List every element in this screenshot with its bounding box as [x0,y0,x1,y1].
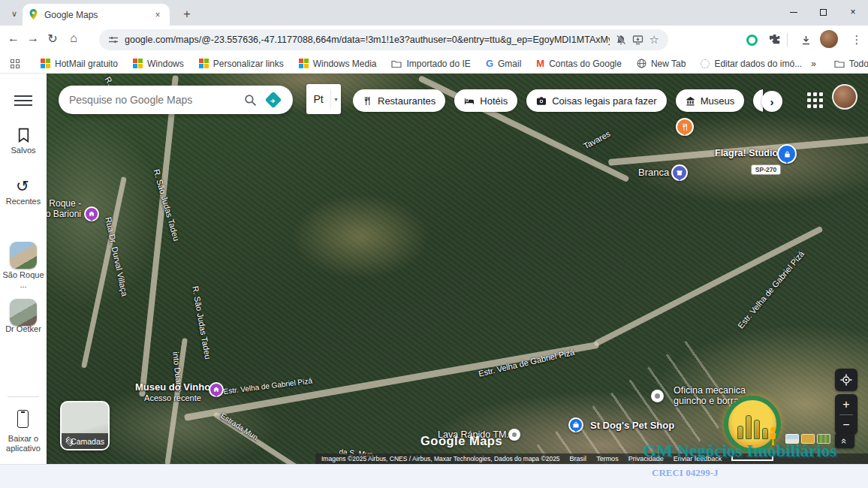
imagery-credits: Imagens ©2025 Airbus, CNES / Airbus, Max… [321,455,560,462]
window-maximize-button[interactable] [810,2,836,23]
zoom-out-button[interactable]: − [842,415,849,435]
chip-museums[interactable]: Museus [676,89,745,112]
profile-avatar[interactable] [820,30,838,48]
extensions-puzzle-icon[interactable] [765,30,785,50]
new-tab-button[interactable]: + [179,6,195,23]
poi-pin-lava-rapido[interactable] [508,429,520,441]
road-shield-sp270: SP-270 [751,164,781,175]
all-favorites-folder[interactable]: Todos os favoritos [828,59,868,69]
poi-pin-branca[interactable] [671,164,688,181]
bookmark-windows-media[interactable]: Windows Media [293,59,383,69]
recent-item-dr-oetker[interactable]: Dr Oetker [0,324,47,334]
chips-scroll-right-icon[interactable]: › [761,91,782,112]
install-app-icon[interactable] [632,35,643,45]
extension-green-icon[interactable] [742,30,761,50]
poi-label-petshop[interactable]: St Dog's Pet Shop [590,420,674,431]
recents-history-icon[interactable]: ↺ [16,177,29,195]
windows-logo-icon [299,59,309,68]
bookmark-gmail[interactable]: GGmail [480,58,527,69]
folder-icon [391,59,402,68]
layers-icon [65,437,68,445]
windows-logo-icon [41,59,50,68]
bookmark-personalizar[interactable]: Personalizar links [193,59,290,69]
poi-pin-restaurant[interactable] [676,118,694,136]
folder-icon [834,59,845,68]
bookmark-star-icon[interactable]: ☆ [649,33,659,47]
poi-pin-petshop[interactable] [568,417,583,432]
menu-hamburger-icon[interactable] [14,92,32,109]
attribution-link-brasil[interactable]: Brasil [570,455,587,462]
browser-toolbar: ← → ↻ ⌂ google.com/maps/@-23.557636,-47.… [0,26,868,54]
back-icon[interactable]: ← [3,28,24,49]
google-apps-grid-icon[interactable] [805,90,824,110]
downloads-icon[interactable] [796,30,815,50]
bookmark-new-tab[interactable]: New Tab [631,59,692,69]
maps-search-input[interactable] [69,94,237,106]
notifications-blocked-icon[interactable] [616,35,626,45]
maps-sidebar: Salvos ↺ Recentes São Roque ... Dr Oetke… [0,74,47,464]
tab-close-icon[interactable]: × [152,9,164,21]
directions-icon[interactable] [264,91,282,109]
sidebar-item-recents[interactable]: Recentes [0,197,47,206]
chip-things-to-do[interactable]: Coisas legais para fazer [526,89,666,112]
bookmarks-overflow-icon[interactable]: » [811,59,816,69]
chip-restaurants[interactable]: Restaurantes [353,89,445,112]
site-info-icon[interactable] [108,35,119,45]
bookmark-editar-dados[interactable]: Editar dados do imó... [695,59,808,69]
gmail-m-icon: M [536,58,544,69]
layers-label: Camadas [71,437,104,446]
sidebar-divider [8,396,39,397]
browser-tab-strip: ∨ Google Maps × + × [0,0,868,26]
zoom-controls: + − [835,394,857,435]
globe-icon [637,59,646,68]
chevron-down-icon[interactable]: ▾ [330,89,341,109]
forward-icon[interactable]: → [23,28,44,49]
home-icon[interactable]: ⌂ [63,28,84,49]
poi-label-flagra-studio[interactable]: Flagra! Studio [715,148,778,158]
poi-pin-museu-vinho[interactable] [209,382,224,397]
tab-search-button[interactable]: ∨ [6,7,23,20]
recent-item-sao-roque[interactable]: São Roque ... [0,270,47,290]
address-bar[interactable]: google.com/maps/@-23.557636,-47.1177088,… [99,29,668,50]
bookmark-contas-google[interactable]: MContas do Google [530,58,628,69]
attribution-link-termos[interactable]: Termos [596,455,619,462]
poi-pin-flagra-studio[interactable] [777,144,797,164]
apps-grid-icon[interactable] [11,59,20,68]
kebab-menu-icon[interactable]: ⋮ [847,30,866,50]
collapse-carousel-button[interactable]: « [835,433,854,448]
my-location-button[interactable] [835,369,857,391]
bookmark-windows[interactable]: Windows [127,59,190,69]
zoom-in-button[interactable]: + [842,395,849,414]
maps-content: R. São Judas Tadeu Rua Dr. Durval Villaç… [0,74,868,464]
watermark-text: GM Negócios Imobiliários [643,441,836,461]
layer-toggle-label: Pt [306,93,330,105]
google-g-icon: G [486,58,493,69]
bookmark-hotmail[interactable]: HotMail gratuito [35,59,124,69]
dotted-circle-icon [701,59,710,68]
bookmark-importado-ie[interactable]: Importado do IE [385,59,476,69]
recent-thumbnail-sao-roque[interactable] [10,242,37,269]
road [593,226,824,347]
sidebar-download-app[interactable]: Baixar o aplicativo [0,434,47,453]
window-minimize-button[interactable] [781,2,806,23]
sidebar-item-saved[interactable]: Salvos [0,146,47,155]
windows-logo-icon [133,59,143,68]
account-avatar[interactable] [832,84,857,110]
chip-hotels[interactable]: Hotéis [454,89,517,112]
layers-card[interactable]: Camadas [60,401,110,450]
search-icon[interactable] [244,94,257,107]
phone-app-icon[interactable] [17,410,29,428]
bookmarks-bar: HotMail gratuito Windows Personalizar li… [0,54,868,74]
map-layer-toggle[interactable]: Pt ▾ [306,84,341,114]
poi-pin-oficina[interactable] [651,390,664,402]
poi-label-branca[interactable]: Branca [638,167,669,178]
windows-logo-icon [199,59,209,68]
maps-search-box[interactable] [59,86,293,114]
poi-pin-roque-barioni[interactable] [84,206,99,221]
window-close-button[interactable]: × [840,2,866,23]
reload-icon[interactable]: ↻ [42,28,63,49]
google-maps-logo: Google Maps [420,434,502,448]
recent-thumbnail-dr-oetker[interactable] [10,299,37,326]
browser-tab[interactable]: Google Maps × [23,4,170,26]
saved-bookmark-icon[interactable] [17,128,30,143]
